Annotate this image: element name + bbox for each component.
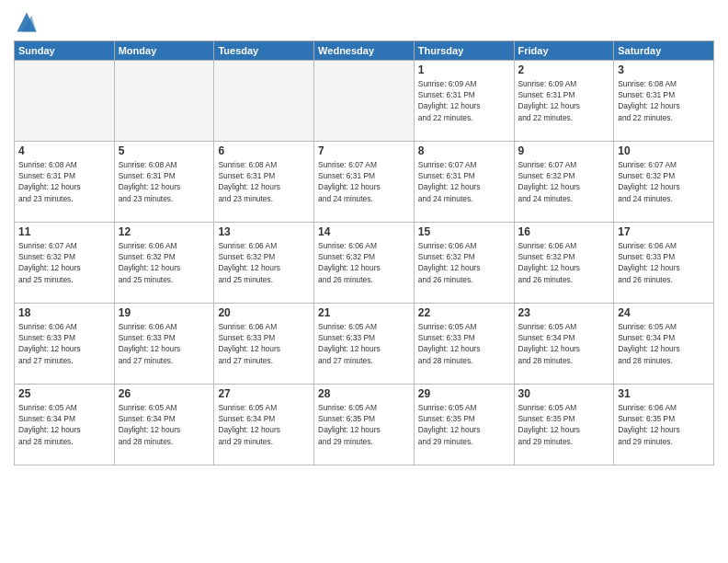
day-header-tuesday: Tuesday [214,41,314,61]
day-info: Sunrise: 6:06 AM Sunset: 6:32 PM Dayligh… [518,240,610,285]
day-info: Sunrise: 6:09 AM Sunset: 6:31 PM Dayligh… [518,78,610,123]
calendar-cell: 10Sunrise: 6:07 AM Sunset: 6:32 PM Dayli… [614,142,714,223]
day-number: 28 [318,387,410,400]
calendar-cell: 31Sunrise: 6:06 AM Sunset: 6:35 PM Dayli… [614,385,714,465]
day-info: Sunrise: 6:06 AM Sunset: 6:32 PM Dayligh… [218,240,310,285]
day-number: 24 [618,306,710,319]
day-header-thursday: Thursday [414,41,514,61]
calendar-cell: 15Sunrise: 6:06 AM Sunset: 6:32 PM Dayli… [414,223,514,304]
day-number: 7 [318,144,410,157]
calendar-cell: 4Sunrise: 6:08 AM Sunset: 6:31 PM Daylig… [15,142,115,223]
calendar-cell: 27Sunrise: 6:05 AM Sunset: 6:34 PM Dayli… [214,385,314,465]
day-info: Sunrise: 6:06 AM Sunset: 6:33 PM Dayligh… [119,321,210,366]
calendar-cell: 25Sunrise: 6:05 AM Sunset: 6:34 PM Dayli… [15,385,115,465]
day-info: Sunrise: 6:06 AM Sunset: 6:32 PM Dayligh… [318,240,410,285]
calendar-cell: 26Sunrise: 6:05 AM Sunset: 6:34 PM Dayli… [114,385,214,465]
day-info: Sunrise: 6:07 AM Sunset: 6:32 PM Dayligh… [18,240,110,285]
day-info: Sunrise: 6:06 AM Sunset: 6:32 PM Dayligh… [119,240,210,285]
calendar-cell: 22Sunrise: 6:05 AM Sunset: 6:33 PM Dayli… [414,304,514,385]
day-number: 18 [18,306,110,319]
day-number: 26 [119,387,210,400]
day-number: 10 [618,144,710,157]
day-info: Sunrise: 6:08 AM Sunset: 6:31 PM Dayligh… [218,159,310,204]
day-number: 15 [418,225,510,238]
day-number: 27 [218,387,310,400]
day-number: 5 [119,144,210,157]
day-info: Sunrise: 6:05 AM Sunset: 6:33 PM Dayligh… [418,321,510,366]
calendar-cell: 30Sunrise: 6:05 AM Sunset: 6:35 PM Dayli… [514,385,614,465]
day-number: 23 [518,306,610,319]
calendar-week-1: 1Sunrise: 6:09 AM Sunset: 6:31 PM Daylig… [15,61,714,142]
calendar-week-2: 4Sunrise: 6:08 AM Sunset: 6:31 PM Daylig… [15,142,714,223]
calendar-cell: 28Sunrise: 6:05 AM Sunset: 6:35 PM Dayli… [314,385,415,465]
day-info: Sunrise: 6:08 AM Sunset: 6:31 PM Dayligh… [18,159,110,204]
day-number: 6 [218,144,310,157]
day-number: 12 [119,225,210,238]
calendar-cell: 2Sunrise: 6:09 AM Sunset: 6:31 PM Daylig… [514,61,614,142]
day-info: Sunrise: 6:06 AM Sunset: 6:33 PM Dayligh… [618,240,710,285]
day-info: Sunrise: 6:05 AM Sunset: 6:34 PM Dayligh… [119,402,210,447]
calendar-cell [15,61,115,142]
day-info: Sunrise: 6:07 AM Sunset: 6:32 PM Dayligh… [618,159,710,204]
day-header-saturday: Saturday [614,41,714,61]
day-info: Sunrise: 6:05 AM Sunset: 6:34 PM Dayligh… [618,321,710,366]
day-number: 11 [18,225,110,238]
calendar-cell [214,61,314,142]
calendar-cell: 29Sunrise: 6:05 AM Sunset: 6:35 PM Dayli… [414,385,514,465]
calendar-cell: 14Sunrise: 6:06 AM Sunset: 6:32 PM Dayli… [314,223,415,304]
calendar-week-4: 18Sunrise: 6:06 AM Sunset: 6:33 PM Dayli… [15,304,714,385]
calendar-cell: 1Sunrise: 6:09 AM Sunset: 6:31 PM Daylig… [414,61,514,142]
calendar-cell: 5Sunrise: 6:08 AM Sunset: 6:31 PM Daylig… [114,142,214,223]
calendar-week-3: 11Sunrise: 6:07 AM Sunset: 6:32 PM Dayli… [15,223,714,304]
calendar-cell: 24Sunrise: 6:05 AM Sunset: 6:34 PM Dayli… [614,304,714,385]
calendar-cell: 6Sunrise: 6:08 AM Sunset: 6:31 PM Daylig… [214,142,314,223]
day-number: 22 [418,306,510,319]
day-number: 31 [618,387,710,400]
day-number: 14 [318,225,410,238]
day-number: 2 [518,63,610,76]
day-number: 30 [518,387,610,400]
day-info: Sunrise: 6:05 AM Sunset: 6:34 PM Dayligh… [18,402,110,447]
calendar-cell: 20Sunrise: 6:06 AM Sunset: 6:33 PM Dayli… [214,304,314,385]
page: SundayMondayTuesdayWednesdayThursdayFrid… [0,0,728,563]
logo-icon [14,9,40,35]
calendar-cell [114,61,214,142]
day-info: Sunrise: 6:09 AM Sunset: 6:31 PM Dayligh… [418,78,510,123]
day-number: 20 [218,306,310,319]
calendar-cell: 12Sunrise: 6:06 AM Sunset: 6:32 PM Dayli… [114,223,214,304]
day-info: Sunrise: 6:07 AM Sunset: 6:31 PM Dayligh… [318,159,410,204]
day-info: Sunrise: 6:06 AM Sunset: 6:35 PM Dayligh… [618,402,710,447]
calendar-cell: 21Sunrise: 6:05 AM Sunset: 6:33 PM Dayli… [314,304,415,385]
day-number: 9 [518,144,610,157]
day-number: 4 [18,144,110,157]
calendar-cell [314,61,415,142]
calendar-cell: 19Sunrise: 6:06 AM Sunset: 6:33 PM Dayli… [114,304,214,385]
day-header-monday: Monday [114,41,214,61]
day-header-friday: Friday [514,41,614,61]
day-info: Sunrise: 6:05 AM Sunset: 6:34 PM Dayligh… [218,402,310,447]
day-number: 1 [418,63,510,76]
calendar-cell: 18Sunrise: 6:06 AM Sunset: 6:33 PM Dayli… [15,304,115,385]
day-info: Sunrise: 6:06 AM Sunset: 6:33 PM Dayligh… [218,321,310,366]
day-info: Sunrise: 6:05 AM Sunset: 6:35 PM Dayligh… [418,402,510,447]
calendar-cell: 16Sunrise: 6:06 AM Sunset: 6:32 PM Dayli… [514,223,614,304]
calendar-table: SundayMondayTuesdayWednesdayThursdayFrid… [14,40,714,465]
day-number: 3 [618,63,710,76]
day-number: 17 [618,225,710,238]
calendar-cell: 11Sunrise: 6:07 AM Sunset: 6:32 PM Dayli… [15,223,115,304]
calendar-week-5: 25Sunrise: 6:05 AM Sunset: 6:34 PM Dayli… [15,385,714,465]
day-header-wednesday: Wednesday [314,41,415,61]
day-number: 25 [18,387,110,400]
calendar-cell: 17Sunrise: 6:06 AM Sunset: 6:33 PM Dayli… [614,223,714,304]
calendar-cell: 7Sunrise: 6:07 AM Sunset: 6:31 PM Daylig… [314,142,415,223]
day-info: Sunrise: 6:06 AM Sunset: 6:32 PM Dayligh… [418,240,510,285]
day-info: Sunrise: 6:05 AM Sunset: 6:35 PM Dayligh… [318,402,410,447]
day-info: Sunrise: 6:06 AM Sunset: 6:33 PM Dayligh… [18,321,110,366]
day-header-sunday: Sunday [15,41,115,61]
calendar-cell: 8Sunrise: 6:07 AM Sunset: 6:31 PM Daylig… [414,142,514,223]
calendar-cell: 9Sunrise: 6:07 AM Sunset: 6:32 PM Daylig… [514,142,614,223]
day-number: 8 [418,144,510,157]
day-info: Sunrise: 6:08 AM Sunset: 6:31 PM Dayligh… [119,159,210,204]
day-info: Sunrise: 6:08 AM Sunset: 6:31 PM Dayligh… [618,78,710,123]
day-info: Sunrise: 6:07 AM Sunset: 6:31 PM Dayligh… [418,159,510,204]
